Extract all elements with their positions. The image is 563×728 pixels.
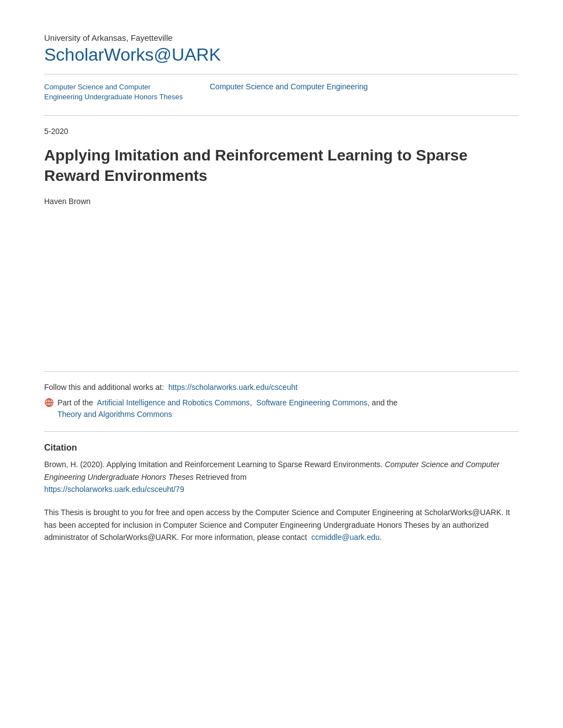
citation-section: Citation Brown, H. (2020). Applying Imit… <box>44 431 519 543</box>
citation-link[interactable]: https://scholarworks.uark.edu/csceuht/79 <box>44 485 184 494</box>
part-of-prefix: Part of the <box>57 398 93 407</box>
scholarworks-link[interactable]: ScholarWorks@UARK <box>44 45 221 65</box>
open-access-text: This Thesis is brought to you for free a… <box>44 506 519 543</box>
author-name: Haven Brown <box>44 197 519 206</box>
follow-section: Follow this and additional works at: htt… <box>44 371 519 420</box>
contact-link[interactable]: ccmiddle@uark.edu <box>311 533 380 542</box>
header-divider <box>44 74 519 74</box>
thesis-title: Applying Imitation and Reinforcement Lea… <box>44 146 519 186</box>
follow-link[interactable]: https://scholarworks.uark.edu/csceuht <box>168 383 298 392</box>
breadcrumb-divider <box>44 115 519 116</box>
part-of-ta-link[interactable]: Theory and Algorithms Commons <box>57 410 172 419</box>
date-label: 5-2020 <box>44 127 519 136</box>
breadcrumb-dept-link[interactable]: Computer Science and Computer Engineerin… <box>210 82 368 91</box>
follow-text: Follow this and additional works at: htt… <box>44 383 519 392</box>
citation-heading: Citation <box>44 443 519 453</box>
citation-text: Brown, H. (2020). Applying Imitation and… <box>44 458 519 495</box>
part-of-row: Part of the Artificial Intelligence and … <box>44 397 519 420</box>
university-name: University of Arkansas, Fayetteville <box>44 33 519 42</box>
breadcrumb-theses-link[interactable]: Computer Science and Computer Engineerin… <box>44 82 188 102</box>
breadcrumb-row: Computer Science and Computer Engineerin… <box>44 82 519 102</box>
part-of-se-link[interactable]: Software Engineering Commons <box>256 398 368 407</box>
part-of-ai-link[interactable]: Artificial Intelligence and Robotics Com… <box>97 398 250 407</box>
globe-icon <box>44 398 54 408</box>
